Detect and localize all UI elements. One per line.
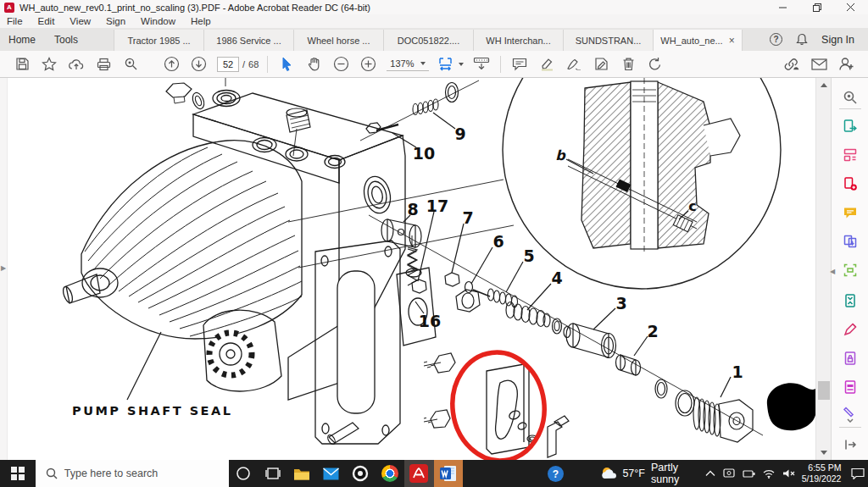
- stamp-icon[interactable]: [590, 53, 612, 75]
- callout-c: c: [688, 198, 696, 214]
- title-bar: A WH_auto_new_rev0.1_print_no_scaling (3…: [0, 0, 868, 14]
- tools-panel: ◀: [831, 78, 868, 460]
- ring-app-icon[interactable]: [346, 460, 376, 487]
- exploded-pump-diagram: 1 2 3 4 5 6 7 8 9 10 16 17 b c PUMP SHAF…: [0, 78, 815, 460]
- tray-wifi-icon[interactable]: [763, 469, 775, 479]
- email-icon[interactable]: [808, 53, 830, 75]
- tab-bar: Home Tools Tractor 1985 ... 1986 Service…: [0, 28, 868, 51]
- callout-8: 8: [407, 200, 418, 219]
- organize-pages-icon[interactable]: [832, 144, 868, 166]
- scrollbar-thumb[interactable]: [818, 381, 830, 400]
- black-ink-blob: [767, 383, 815, 430]
- help-icon[interactable]: ?: [770, 33, 782, 46]
- mail-icon[interactable]: [317, 460, 347, 487]
- create-pdf-icon[interactable]: [832, 173, 868, 195]
- svg-text:?: ?: [553, 468, 559, 480]
- start-button[interactable]: [0, 460, 36, 487]
- save-icon[interactable]: [11, 53, 33, 75]
- scroll-mode-icon[interactable]: [470, 53, 492, 75]
- menu-edit[interactable]: Edit: [38, 16, 55, 26]
- comment-tool-icon[interactable]: [832, 202, 868, 224]
- share-link-icon[interactable]: [781, 53, 803, 75]
- tray-power-icon[interactable]: [743, 469, 755, 479]
- fill-sign-tool-icon[interactable]: [832, 318, 868, 340]
- scroll-down-icon[interactable]: [816, 445, 832, 460]
- hand-tool-icon[interactable]: [303, 53, 325, 75]
- acrobat-taskbar-icon[interactable]: [404, 460, 434, 487]
- doc-tab-tractor-1985[interactable]: Tractor 1985 ...: [114, 30, 203, 51]
- previous-page-icon[interactable]: [160, 53, 182, 75]
- vertical-scrollbar[interactable]: [815, 78, 831, 460]
- menu-view[interactable]: View: [70, 16, 91, 26]
- clock-time: 6:55 PM: [808, 462, 841, 473]
- doc-tab-wheel-horse[interactable]: Wheel horse ...: [293, 30, 383, 51]
- doc-tab-1986-service[interactable]: 1986 Service ...: [203, 30, 293, 51]
- print-icon[interactable]: [92, 53, 114, 75]
- tray-volume-muted-icon[interactable]: [782, 468, 795, 479]
- zoom-out-icon[interactable]: [330, 53, 352, 75]
- pump-shaft-seal-label: PUMP SHAFT SEAL: [72, 404, 232, 418]
- tab-tools[interactable]: Tools: [44, 28, 88, 51]
- doc-tab-active-wh-auto[interactable]: WH_auto_ne... ×: [653, 30, 743, 51]
- callout-10: 10: [413, 144, 435, 163]
- callout-1: 1: [732, 362, 743, 381]
- weather-widget[interactable]: 57°F Partly sunny: [599, 460, 702, 487]
- file-explorer-icon[interactable]: [287, 460, 317, 487]
- page-number-input[interactable]: [217, 57, 239, 72]
- zoom-in-icon[interactable]: [357, 53, 379, 75]
- chrome-icon[interactable]: [376, 460, 405, 487]
- trash-icon[interactable]: [617, 53, 639, 75]
- circled-cam-plate: [487, 364, 529, 454]
- tab-close-icon[interactable]: ×: [729, 35, 735, 47]
- next-page-icon[interactable]: [187, 53, 209, 75]
- cortana-icon[interactable]: [229, 460, 259, 487]
- left-panel-expand-icon[interactable]: ▶: [1, 264, 6, 272]
- add-person-icon[interactable]: [835, 53, 857, 75]
- upload-cloud-icon[interactable]: [65, 53, 87, 75]
- menu-sign[interactable]: Sign: [106, 16, 125, 26]
- combine-files-icon[interactable]: [832, 230, 868, 252]
- red-circle-annotation[interactable]: [447, 347, 551, 460]
- comment-icon[interactable]: [509, 53, 531, 75]
- export-pdf-icon[interactable]: [832, 115, 868, 137]
- restore-button[interactable]: [800, 0, 834, 14]
- doc-tab-wh-interchange[interactable]: WH Interchan...: [473, 30, 563, 51]
- minimize-button[interactable]: [766, 0, 800, 14]
- action-center-icon[interactable]: [848, 460, 868, 487]
- menu-window[interactable]: Window: [141, 16, 175, 26]
- doc-tab-sundstrand[interactable]: SUNDSTRAN...: [563, 30, 653, 51]
- taskbar-clock[interactable]: 6:55 PM 5/19/2022: [798, 460, 849, 487]
- notifications-bell-icon[interactable]: [796, 33, 808, 46]
- rotate-icon[interactable]: [644, 53, 666, 75]
- protect-pdf-icon[interactable]: [832, 347, 868, 369]
- task-view-icon[interactable]: [258, 460, 287, 487]
- callout-9: 9: [454, 125, 465, 143]
- select-tool-icon[interactable]: [275, 53, 298, 75]
- sign-in-button[interactable]: Sign In: [821, 34, 854, 46]
- compress-pdf-icon[interactable]: [832, 290, 868, 312]
- scroll-up-icon[interactable]: [816, 78, 832, 92]
- find-icon[interactable]: [120, 53, 142, 75]
- windows-taskbar: Type here to search ?: [0, 460, 868, 487]
- tray-device-icon[interactable]: [723, 468, 735, 479]
- get-help-icon[interactable]: ?: [541, 460, 570, 487]
- search-icon[interactable]: [832, 86, 868, 108]
- fill-sign-icon[interactable]: [563, 53, 585, 75]
- fit-width-icon[interactable]: [437, 53, 465, 75]
- tray-chevron-up-icon[interactable]: [705, 470, 715, 477]
- taskbar-search[interactable]: Type here to search: [36, 460, 229, 487]
- expand-panel-icon[interactable]: [832, 434, 868, 456]
- close-button[interactable]: [834, 0, 868, 14]
- zoom-level-select[interactable]: 137%: [387, 57, 429, 71]
- more-tools-icon[interactable]: [832, 403, 868, 425]
- star-favorite-icon[interactable]: [38, 53, 60, 75]
- tab-home[interactable]: Home: [0, 28, 44, 51]
- edit-pdf-icon[interactable]: [832, 259, 868, 281]
- menu-help[interactable]: Help: [191, 16, 211, 26]
- clock-date: 5/19/2022: [802, 473, 842, 484]
- word-taskbar-icon[interactable]: [434, 460, 464, 487]
- menu-file[interactable]: File: [7, 16, 23, 26]
- highlight-icon[interactable]: [536, 53, 558, 75]
- redact-icon[interactable]: [832, 376, 868, 398]
- doc-tab-doc051822[interactable]: DOC051822....: [383, 30, 473, 51]
